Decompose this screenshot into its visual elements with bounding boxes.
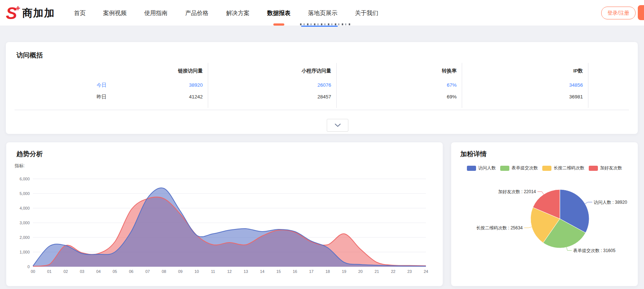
x-axis-label: 03 (80, 269, 84, 274)
chevron-down-icon (335, 124, 341, 127)
nav-item-label: 首页 (74, 10, 86, 16)
fans-detail-card: 加粉详情 访问人数表单提交次数长按二维码次数加好友次数 访问人数 : 38920… (451, 142, 638, 286)
trend-area-chart: 01,0002,0003,0004,0005,0006,000000102030… (6, 142, 443, 286)
x-axis-label: 18 (325, 269, 330, 274)
stat-value-empty (588, 91, 638, 102)
x-axis-label: 13 (244, 269, 248, 274)
x-axis-label: 04 (96, 269, 101, 274)
nav-item-label: 产品价格 (185, 10, 209, 16)
column-divider (588, 63, 588, 108)
nav-item-首页[interactable]: 首页 (74, 0, 86, 26)
pie-label-line (566, 247, 572, 251)
pie-label-line (524, 227, 532, 228)
column-header-empty (588, 66, 638, 76)
stat-value: 34856 (462, 80, 588, 90)
pie-label: 加好友次数 : 22014 (498, 189, 536, 194)
visit-overview-card: 访问概括 链接访问量小程序访问量转换率IP数38920今日2607667%348… (6, 42, 638, 134)
clipped-tab-fragments (299, 22, 352, 27)
stat-value: 36981 (462, 91, 588, 102)
logo[interactable]: S+ 商加加 (6, 0, 55, 26)
x-axis-label: 09 (178, 269, 183, 274)
x-axis-label: 15 (276, 269, 281, 274)
column-header: 链接访问量 (6, 66, 208, 76)
x-axis-label: 14 (260, 269, 264, 274)
x-axis-label: 19 (342, 269, 346, 274)
clipped-tab-text-fragments (300, 23, 351, 25)
nav-item-解决方案[interactable]: 解决方案 (226, 0, 250, 26)
column-divider (336, 63, 337, 108)
x-axis-label: 21 (375, 269, 379, 274)
y-axis-label: 6,000 (19, 177, 30, 181)
x-axis-label: 00 (31, 269, 35, 274)
nav-item-使用指南[interactable]: 使用指南 (144, 0, 168, 26)
overview-row-今日: 38920今日2607667%34856 (6, 80, 638, 90)
stat-value: 38920今日 (6, 80, 208, 90)
y-axis-label: 1,000 (19, 250, 30, 254)
x-axis-label: 11 (211, 269, 215, 274)
logo-text: 商加加 (22, 6, 55, 20)
x-axis-label: 16 (293, 269, 297, 274)
page: S+ 商加加 首页案例视频使用指南产品价格解决方案数据报表落地页展示关于我们 登… (0, 0, 644, 289)
stat-value: 67% (336, 80, 462, 90)
x-axis-label: 12 (227, 269, 232, 274)
column-header: 小程序访问量 (208, 66, 336, 76)
nav-item-关于我们[interactable]: 关于我们 (355, 0, 378, 26)
stat-value: 26076 (208, 80, 336, 90)
stat-value: 69% (336, 91, 462, 102)
row-label[interactable]: 昨日 (97, 91, 106, 102)
pie-label-line (538, 192, 544, 195)
active-nav-indicator (273, 23, 284, 26)
logo-plus-icon: + (16, 4, 20, 12)
pie-label: 表单提交次数 : 31605 (573, 248, 616, 253)
x-axis-label: 10 (194, 269, 199, 274)
horizontal-divider (15, 110, 629, 110)
logo-s-icon: S (6, 5, 16, 22)
y-axis-label: 0 (27, 264, 30, 269)
pie-label: 访问人数 : 38920 (594, 200, 628, 205)
row-label[interactable]: 今日 (97, 80, 106, 90)
fans-pie-chart: 访问人数 : 38920表单提交次数 : 31605长按二维码次数 : 2563… (451, 142, 638, 286)
trend-analysis-card: 趋势分析 指标: 01,0002,0003,0004,0005,0006,000… (6, 142, 443, 286)
x-axis-label: 06 (129, 269, 133, 274)
active-subtab-underline (301, 26, 338, 27)
overview-header-row: 链接访问量小程序访问量转换率IP数 (6, 66, 638, 76)
stat-value-empty (588, 80, 638, 90)
x-axis-label: 01 (47, 269, 52, 274)
nav-item-label: 数据报表 (267, 10, 291, 16)
pie-label: 长按二维码次数 : 25634 (476, 225, 523, 230)
stat-value: 28457 (208, 91, 336, 102)
stat-value: 41242昨日 (6, 91, 208, 102)
y-axis-label: 2,000 (19, 235, 30, 240)
y-axis-label: 3,000 (19, 221, 30, 225)
column-header: IP数 (462, 66, 588, 76)
x-axis-label: 17 (309, 269, 314, 274)
x-axis-label: 08 (162, 269, 166, 274)
pie-label-line (585, 202, 592, 204)
nav-item-label: 落地页展示 (308, 10, 337, 16)
x-axis-label: 23 (407, 269, 412, 274)
nav-item-产品价格[interactable]: 产品价格 (185, 0, 209, 26)
column-header: 转换率 (336, 66, 462, 76)
nav-item-label: 关于我们 (355, 10, 378, 16)
overview-row-昨日: 41242昨日2845769%36981 (6, 91, 638, 102)
overview-table: 链接访问量小程序访问量转换率IP数38920今日2607667%34856412… (6, 66, 638, 102)
nav-item-案例视频[interactable]: 案例视频 (103, 0, 127, 26)
floating-side-tab[interactable] (638, 5, 644, 20)
login-register-button[interactable]: 登录/注册 (601, 7, 636, 19)
visit-overview-title: 访问概括 (16, 51, 43, 60)
y-axis-label: 4,000 (19, 206, 30, 210)
column-divider (462, 63, 462, 108)
y-axis-label: 5,000 (19, 191, 30, 196)
x-axis-label: 07 (145, 269, 150, 274)
nav-item-label: 案例视频 (103, 10, 127, 16)
nav-item-label: 解决方案 (226, 10, 250, 16)
x-axis-label: 20 (358, 269, 363, 274)
x-axis-label: 24 (424, 269, 428, 274)
x-axis-label: 02 (63, 269, 68, 274)
nav-item-数据报表[interactable]: 数据报表 (267, 0, 291, 26)
expand-overview-button[interactable] (327, 119, 348, 132)
x-axis-label: 05 (113, 269, 117, 274)
nav-item-label: 使用指南 (144, 10, 168, 16)
x-axis-label: 22 (391, 269, 395, 274)
column-divider (208, 63, 208, 108)
